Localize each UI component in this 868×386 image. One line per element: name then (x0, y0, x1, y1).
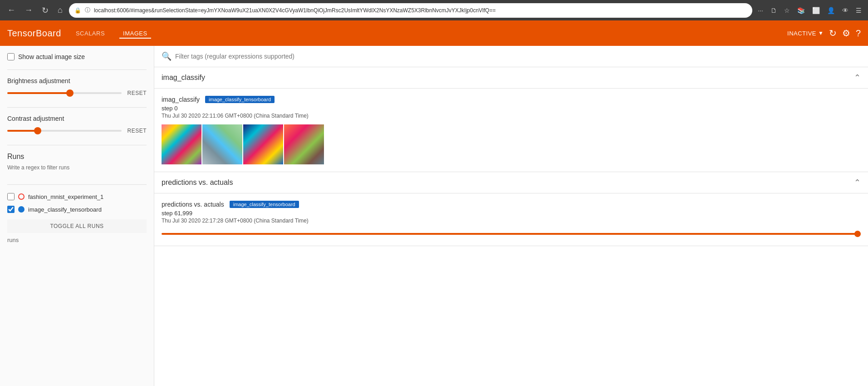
image-thumb-1[interactable] (162, 124, 201, 164)
run-2-checkbox[interactable] (7, 206, 15, 213)
section-imag-classify-title: imag_classify (162, 74, 205, 82)
nav-scalars[interactable]: SCALARS (72, 28, 108, 39)
address-bar[interactable]: 🔒 ⓘ localhost:6006/#images&runSelectionS… (69, 3, 752, 18)
brightness-reset-button[interactable]: RESET (127, 90, 147, 96)
menu-icon[interactable]: ☰ (854, 6, 863, 15)
section-predictions-title: predictions vs. actuals (162, 178, 233, 187)
show-actual-size-label: Show actual image size (18, 53, 85, 60)
contrast-title: Contrast adjustment (7, 115, 147, 122)
run-2-label: image_classify_tensorboard (28, 206, 102, 213)
run-2-color-dot (18, 206, 25, 213)
step-label: step (162, 105, 173, 112)
info-icon: ⓘ (85, 6, 90, 14)
card-predictions-timestamp: Thu Jul 30 2020 22:17:28 GMT+0800 (China… (162, 218, 861, 224)
card-predictions-title-text: predictions vs. actuals (162, 201, 224, 208)
bookmark-icon[interactable]: ☆ (782, 6, 792, 15)
pred-step-label: step (162, 210, 173, 217)
run-1-color-dot (18, 193, 25, 200)
card-predictions-step: step 61,999 (162, 210, 861, 217)
url-text: localhost:6006/#images&runSelectionState… (94, 7, 747, 14)
browser-chrome: ← → ↻ ⌂ 🔒 ⓘ localhost:6006/#images&runSe… (0, 0, 868, 20)
card-predictions: predictions vs. actuals image_classify_t… (154, 193, 868, 246)
image-grid (162, 124, 861, 164)
section-imag-classify: imag_classify ⌃ imag_classify image_clas… (154, 67, 868, 172)
runs-title: Runs (7, 153, 147, 161)
image-thumb-3[interactable] (243, 124, 283, 164)
brightness-slider-row: RESET (7, 90, 147, 96)
predictions-slider[interactable] (162, 233, 861, 235)
filter-input[interactable] (175, 53, 861, 60)
pocket-icon[interactable]: 🗋 (769, 6, 779, 15)
pred-step-value: 61,999 (174, 210, 192, 217)
sidebar: Show actual image size Brightness adjust… (0, 46, 154, 386)
step-value: 0 (174, 105, 177, 112)
card-imag-classify-step: step 0 (162, 105, 861, 112)
tb-logo: TensorBoard (7, 28, 61, 39)
show-actual-size-checkbox[interactable] (7, 53, 15, 60)
library-icon[interactable]: 📚 (795, 6, 807, 15)
addons-icon[interactable]: 👁 (840, 6, 850, 15)
back-button[interactable]: ← (5, 5, 18, 16)
run-item-1[interactable]: fashion_mnist_experiment_1 (7, 190, 147, 203)
image-thumb-4[interactable] (284, 124, 324, 164)
inactive-label: INACTIVE (787, 30, 816, 37)
section-predictions-header[interactable]: predictions vs. actuals ⌃ (154, 172, 868, 193)
card-imag-classify-tag: image_classify_tensorboard (205, 96, 275, 103)
brightness-slider[interactable] (7, 92, 122, 94)
nav-images[interactable]: IMAGES (119, 28, 151, 39)
refresh-icon[interactable]: ↻ (829, 28, 837, 39)
card-imag-classify: imag_classify image_classify_tensorboard… (154, 89, 868, 172)
search-icon: 🔍 (162, 51, 172, 61)
show-actual-size-row: Show actual image size (7, 53, 147, 60)
tb-header: TensorBoard SCALARS IMAGES INACTIVE ▼ ↻ … (0, 20, 868, 46)
divider-2 (7, 107, 147, 108)
card-title-text: imag_classify (162, 96, 200, 103)
main-layout: Show actual image size Brightness adjust… (0, 46, 868, 386)
forward-button[interactable]: → (22, 5, 35, 16)
run-1-checkbox[interactable] (7, 193, 15, 200)
predictions-slider-row (162, 229, 861, 238)
brightness-title: Brightness adjustment (7, 77, 147, 84)
filter-bar: 🔍 (154, 46, 868, 67)
home-button[interactable]: ⌂ (55, 5, 65, 16)
section-predictions: predictions vs. actuals ⌃ predictions vs… (154, 172, 868, 246)
more-icon[interactable]: ··· (756, 6, 765, 15)
section-predictions-collapse-icon[interactable]: ⌃ (854, 178, 861, 188)
runs-filter-label: Write a regex to filter runs (7, 164, 147, 171)
reload-button[interactable]: ↻ (39, 5, 51, 16)
settings-icon[interactable]: ⚙ (842, 28, 850, 39)
run-item-2[interactable]: image_classify_tensorboard (7, 203, 147, 216)
contrast-section: Contrast adjustment RESET (7, 115, 147, 134)
card-predictions-title: predictions vs. actuals image_classify_t… (162, 201, 861, 208)
section-imag-classify-header[interactable]: imag_classify ⌃ (154, 67, 868, 89)
card-imag-classify-timestamp: Thu Jul 30 2020 22:11:06 GMT+0800 (China… (162, 113, 861, 119)
run-1-label: fashion_mnist_experiment_1 (28, 193, 103, 200)
inactive-dropdown-arrow[interactable]: ▼ (818, 30, 824, 36)
card-predictions-tag: image_classify_tensorboard (230, 201, 299, 208)
brightness-section: Brightness adjustment RESET (7, 77, 147, 96)
reading-mode-icon[interactable]: ⬜ (810, 6, 822, 15)
account-icon[interactable]: 👤 (825, 6, 837, 15)
main-content: 🔍 imag_classify ⌃ imag_classify image_cl… (154, 46, 868, 386)
runs-label: runs (7, 237, 147, 243)
card-imag-classify-title: imag_classify image_classify_tensorboard (162, 96, 861, 103)
header-right: INACTIVE ▼ ↻ ⚙ ? (787, 28, 861, 39)
runs-section: Runs Write a regex to filter runs fashio… (7, 153, 147, 243)
image-thumb-2[interactable] (202, 124, 242, 164)
divider-1 (7, 69, 147, 70)
contrast-reset-button[interactable]: RESET (127, 128, 147, 134)
lock-icon: 🔒 (74, 7, 81, 14)
contrast-slider-row: RESET (7, 128, 147, 134)
divider-3 (7, 145, 147, 145)
section-imag-classify-collapse-icon[interactable]: ⌃ (854, 73, 861, 83)
toggle-all-runs-button[interactable]: TOGGLE ALL RUNS (7, 219, 147, 233)
inactive-wrapper[interactable]: INACTIVE ▼ (787, 30, 824, 37)
help-icon[interactable]: ? (856, 28, 861, 39)
runs-filter-input[interactable] (7, 173, 147, 185)
contrast-slider[interactable] (7, 130, 122, 132)
